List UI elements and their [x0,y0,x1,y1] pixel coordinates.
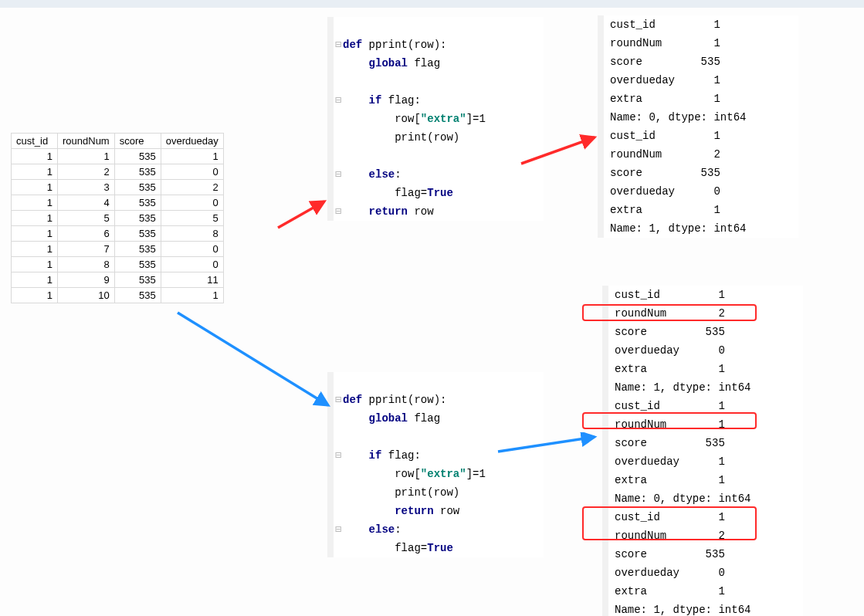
table-cell: 535 [114,211,161,226]
table-cell: 535 [114,288,161,303]
table-cell: 1 [12,288,58,303]
table-header: roundNum [58,134,115,149]
table-header: cust_id [12,134,58,149]
table-cell: 1 [12,195,58,211]
table-row: 165358 [12,226,224,242]
output-block-1: cust_id 1 roundNum 1 score 535 overdueda… [598,15,798,238]
table-cell: 535 [114,164,161,180]
table-cell: 6 [58,226,115,242]
table-cell: 1 [161,288,223,303]
table-cell: 1 [58,149,115,164]
table-cell: 4 [58,195,115,211]
arrow-red-1 [274,195,332,232]
table-cell: 535 [114,180,161,195]
svg-line-2 [178,313,328,405]
table-row: 125350 [12,164,224,180]
table-cell: 535 [114,272,161,288]
table-row: 135352 [12,180,224,195]
table-cell: 0 [161,164,223,180]
output-block-2: cust_id 1 roundNum 2 score 535 overdueda… [602,286,803,616]
data-table-wrap: cust_idroundNumscoreoverdueday 115351125… [11,133,224,303]
table-cell: 1 [12,257,58,272]
table-row: 1105351 [12,288,224,303]
table-cell: 535 [114,242,161,257]
table-cell: 1 [12,242,58,257]
table-cell: 2 [58,164,115,180]
table-cell: 1 [12,149,58,164]
code-block-1: ⊟def pprint(row): global flag ⊟ if flag:… [327,17,544,221]
table-cell: 9 [58,272,115,288]
arrow-blue-1 [174,309,336,413]
table-row: 1953511 [12,272,224,288]
table-cell: 0 [161,242,223,257]
table-cell: 11 [161,272,223,288]
table-row: 185350 [12,257,224,272]
top-bar [0,0,864,8]
table-cell: 1 [12,164,58,180]
table-cell: 535 [114,195,161,211]
table-row: 175350 [12,242,224,257]
table-cell: 5 [58,211,115,226]
code-block-2: ⊟def pprint(row): global flag ⊟ if flag:… [327,372,544,557]
table-cell: 8 [161,226,223,242]
table-cell: 535 [114,226,161,242]
table-cell: 7 [58,242,115,257]
svg-line-0 [278,201,324,228]
table-cell: 535 [114,149,161,164]
data-table: cust_idroundNumscoreoverdueday 115351125… [11,133,224,303]
table-row: 155355 [12,211,224,226]
table-row: 145350 [12,195,224,211]
table-cell: 8 [58,257,115,272]
table-cell: 3 [58,180,115,195]
table-cell: 535 [114,257,161,272]
table-cell: 1 [12,226,58,242]
table-cell: 5 [161,211,223,226]
table-cell: 1 [12,211,58,226]
table-header: score [114,134,161,149]
table-cell: 10 [58,288,115,303]
table-cell: 1 [12,272,58,288]
table-cell: 2 [161,180,223,195]
table-cell: 1 [161,149,223,164]
table-cell: 1 [12,180,58,195]
table-cell: 0 [161,257,223,272]
table-cell: 0 [161,195,223,211]
table-header: overdueday [161,134,223,149]
table-row: 115351 [12,149,224,164]
